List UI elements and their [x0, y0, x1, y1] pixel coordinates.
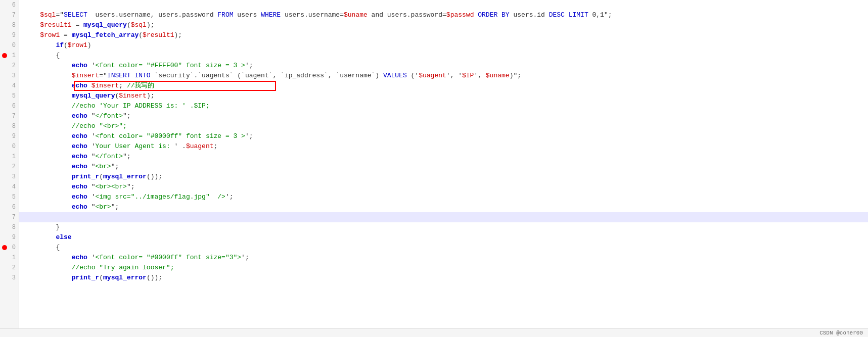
line-num-1a: 1	[0, 51, 19, 61]
code-line-7b	[19, 212, 868, 222]
code-line-3c: print_r(mysql_error());	[19, 273, 868, 283]
line-num-9a: 9	[0, 131, 19, 141]
code-line-0a: if($row1)	[19, 40, 868, 51]
line-num-7: 7	[0, 10, 19, 20]
line-numbers: 6 7 8 9 0 1 2 3 4 5 6 7 8 9 0 1 2 3 4 5 …	[0, 0, 19, 337]
code-line-3a: $insert="INSERT INTO `security`.`uagents…	[19, 71, 868, 81]
code-line-3b: print_r(mysql_error());	[19, 172, 868, 182]
code-area[interactable]: $sql="SELECT users.username, users.passw…	[19, 0, 868, 337]
code-line-6b: echo "<br>";	[19, 202, 868, 212]
code-line-0b: echo 'Your User Agent is: ' .$uagent;	[19, 141, 868, 152]
line-num-3a: 3	[0, 71, 19, 81]
line-num-4b: 4	[0, 182, 19, 192]
line-num-9b: 9	[0, 232, 19, 243]
line-num-0a: 0	[0, 40, 19, 51]
code-line-2a: echo '<font color= "#FFFF00" font size =…	[19, 61, 868, 71]
line-num-0c: 0	[0, 243, 19, 253]
code-line-8a: //echo "<br>";	[19, 121, 868, 131]
code-line-1a: {	[19, 51, 868, 61]
line-num-2b: 2	[0, 162, 19, 172]
code-line-4a: echo $insert; //我写的	[19, 81, 868, 91]
line-num-2c: 2	[0, 263, 19, 273]
line-num-6b: 6	[0, 202, 19, 212]
code-line-8: $result1 = mysql_query($sql);	[19, 20, 868, 30]
bottom-bar-text: CSDN @coner00	[819, 330, 863, 336]
code-line-9: $row1 = mysql_fetch_array($result1);	[19, 30, 868, 40]
line-num-2a: 2	[0, 61, 19, 71]
code-line-6	[19, 0, 868, 10]
code-line-0c: {	[19, 243, 868, 253]
line-num-6a: 6	[0, 101, 19, 111]
code-line-1b: echo "</font>";	[19, 152, 868, 162]
line-num-1c: 1	[0, 253, 19, 263]
line-num-5b: 5	[0, 192, 19, 202]
line-num-8a: 8	[0, 121, 19, 131]
code-line-2b: echo "<br>";	[19, 162, 868, 172]
code-line-2c: //echo "Try again looser";	[19, 263, 868, 273]
line-num-9: 9	[0, 30, 19, 40]
code-line-9a: echo '<font color= "#0000ff" font size =…	[19, 131, 868, 141]
line-num-4a: 4	[0, 81, 19, 91]
code-line-5b: echo '<img src="../images/flag.jpg" />';	[19, 192, 868, 202]
code-line-5a: mysql_query($insert);	[19, 91, 868, 101]
bottom-bar: CSDN @coner00	[0, 328, 868, 337]
line-num-6: 6	[0, 0, 19, 10]
line-num-5a: 5	[0, 91, 19, 101]
line-num-3b: 3	[0, 172, 19, 182]
code-line-8b: }	[19, 222, 868, 232]
editor-container: 6 7 8 9 0 1 2 3 4 5 6 7 8 9 0 1 2 3 4 5 …	[0, 0, 868, 337]
line-num-7b: 7	[0, 212, 19, 222]
code-line-4b: echo "<br><br>";	[19, 182, 868, 192]
code-line-9b: else	[19, 232, 868, 243]
line-num-3c: 3	[0, 273, 19, 283]
code-line-7: $sql="SELECT users.username, users.passw…	[19, 10, 868, 20]
line-num-7a: 7	[0, 111, 19, 121]
line-num-8b: 8	[0, 222, 19, 232]
code-line-1c: echo '<font color= "#0000ff" font size="…	[19, 253, 868, 263]
code-line-6a: //echo 'Your IP ADDRESS is: ' .$IP;	[19, 101, 868, 111]
line-num-1b: 1	[0, 152, 19, 162]
line-num-8: 8	[0, 20, 19, 30]
code-line-7a: echo "</font>";	[19, 111, 868, 121]
line-num-0b: 0	[0, 141, 19, 152]
